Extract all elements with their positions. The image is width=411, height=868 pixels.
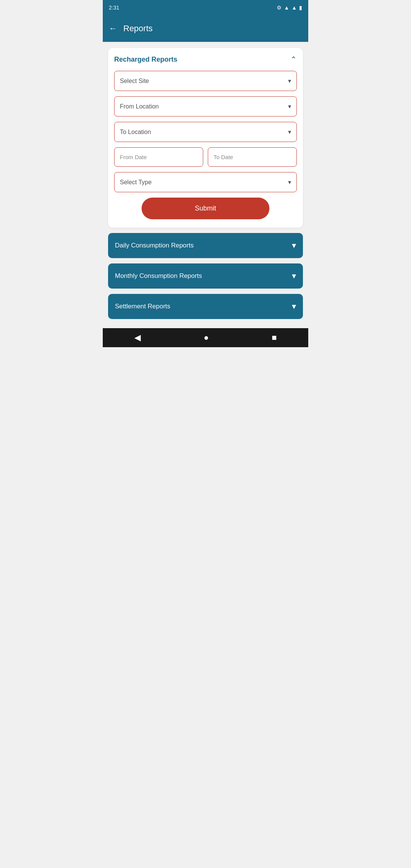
select-site-arrow: ▾ [288, 77, 291, 85]
to-location-arrow: ▾ [288, 128, 291, 136]
from-location-arrow: ▾ [288, 103, 291, 110]
to-location-label: To Location [120, 129, 151, 136]
date-row [114, 147, 297, 167]
status-bar: 2:31 ⚙ ▲ ▲ ▮ [103, 0, 308, 15]
settlement-reports-label: Settlement Reports [115, 303, 170, 310]
monthly-consumption-accordion[interactable]: Monthly Consumption Reports ▾ [108, 263, 303, 289]
from-location-dropdown[interactable]: From Location ▾ [114, 96, 297, 116]
to-location-dropdown[interactable]: To Location ▾ [114, 122, 297, 142]
select-site-label: Select Site [120, 78, 149, 85]
battery-icon: ▮ [299, 5, 302, 11]
status-time: 2:31 [109, 5, 119, 11]
settings-icon: ⚙ [277, 5, 282, 11]
daily-consumption-arrow: ▾ [292, 241, 296, 251]
navigation-bar: ◀ ● ■ [103, 328, 308, 347]
settlement-reports-arrow: ▾ [292, 302, 296, 311]
recharged-reports-title: Recharged Reports [114, 56, 177, 64]
wifi-icon: ▲ [284, 5, 289, 11]
from-location-group: From Location ▾ [114, 96, 297, 116]
nav-back-button[interactable]: ◀ [125, 330, 150, 346]
select-type-dropdown[interactable]: Select Type ▾ [114, 172, 297, 192]
recharged-reports-card: Recharged Reports ⌃ Select Site ▾ From L… [108, 48, 303, 228]
daily-consumption-label: Daily Consumption Reports [115, 242, 194, 249]
back-button[interactable]: ← [109, 24, 117, 34]
to-date-input[interactable] [208, 147, 297, 167]
submit-button[interactable]: Submit [142, 198, 269, 219]
app-bar: ← Reports [103, 15, 308, 42]
select-type-arrow: ▾ [288, 179, 291, 186]
daily-consumption-accordion[interactable]: Daily Consumption Reports ▾ [108, 233, 303, 258]
monthly-consumption-arrow: ▾ [292, 271, 296, 281]
monthly-consumption-label: Monthly Consumption Reports [115, 272, 202, 280]
collapse-icon[interactable]: ⌃ [290, 55, 297, 64]
select-site-dropdown[interactable]: Select Site ▾ [114, 71, 297, 91]
page-title: Reports [123, 24, 153, 34]
to-location-group: To Location ▾ [114, 122, 297, 142]
signal-icon: ▲ [292, 5, 297, 11]
nav-home-button[interactable]: ● [194, 330, 218, 346]
select-type-group: Select Type ▾ [114, 172, 297, 192]
settlement-reports-accordion[interactable]: Settlement Reports ▾ [108, 294, 303, 319]
select-site-group: Select Site ▾ [114, 71, 297, 91]
card-header: Recharged Reports ⌃ [114, 55, 297, 64]
main-content: Recharged Reports ⌃ Select Site ▾ From L… [103, 42, 308, 325]
nav-recent-button[interactable]: ■ [263, 330, 286, 346]
from-date-input[interactable] [114, 147, 203, 167]
from-location-label: From Location [120, 103, 159, 110]
status-icons: ⚙ ▲ ▲ ▮ [277, 5, 302, 11]
select-type-label: Select Type [120, 179, 151, 186]
